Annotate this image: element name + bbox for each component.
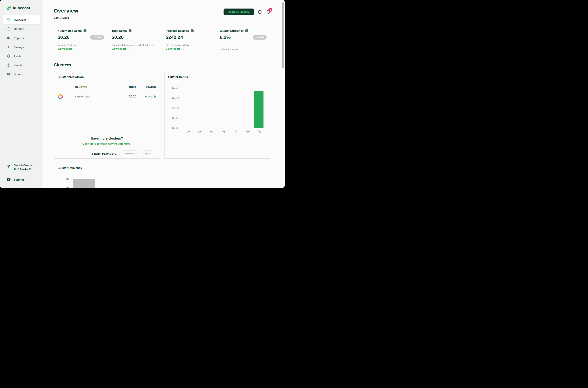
stat-subtitle: Including 1 cluster: [220, 44, 267, 50]
x-tick-label: 7/9: [229, 130, 241, 133]
sidebar-item-label: Govern: [14, 73, 23, 76]
stat-card-cluster-efficiency: Cluster Efficiency i 6.2% ↓0.00% Includi…: [216, 26, 270, 53]
gridline: [182, 128, 265, 128]
settings-button[interactable]: Settings: [6, 177, 39, 182]
info-icon[interactable]: i: [245, 29, 248, 32]
stat-subtitle: See Recommendations: [166, 40, 212, 47]
refresh-icon: [257, 10, 262, 14]
stat-value: $0.20: [58, 34, 70, 40]
settings-label: Settings: [14, 178, 25, 181]
sidebar-item-reports[interactable]: Reports: [2, 33, 40, 43]
info-icon[interactable]: i: [128, 29, 131, 32]
trends-xlabels: 7/57/67/77/87/97/107/11: [182, 130, 265, 133]
y-tick-label: $0.22: [165, 86, 179, 89]
column-cluster: CLUSTER: [75, 86, 114, 88]
upgrade-license-button[interactable]: Upgrade License: [224, 8, 254, 15]
stat-value: $0.20: [112, 34, 124, 40]
sidebar-item-health[interactable]: Health: [2, 61, 40, 70]
sidebar: kubecost Overview Mo: [0, 0, 43, 188]
info-icon[interactable]: i: [83, 29, 86, 32]
y-tick-label: $0.17: [165, 96, 179, 99]
sidebar-item-savings[interactable]: Savings: [2, 43, 40, 51]
view-report-link[interactable]: View report→: [166, 47, 212, 50]
cluster-trends-title: Cluster trends: [165, 72, 270, 82]
page-header: Overview Last 7 Days Upgrade License: [54, 8, 270, 19]
arrow-right-icon: →: [73, 47, 76, 50]
stat-value: 6.2%: [220, 34, 231, 40]
table-row[interactable]: cluster-one $0.20 active: [54, 92, 160, 101]
view-report-link[interactable]: View report→: [58, 47, 104, 50]
cluster-status: active: [136, 95, 160, 98]
sidebar-nav: Overview Monitor: [0, 15, 43, 79]
bell-icon: [6, 54, 11, 58]
clusters-section-heading: Clusters: [54, 62, 270, 68]
y-tick-label: $0: [58, 177, 69, 180]
trends-plot: $0.22$0.17$0.11$0.06$0.00: [182, 88, 265, 128]
sidebar-item-monitor[interactable]: Monitor: [2, 24, 40, 33]
arrow-down-icon: ↓: [255, 36, 256, 39]
view-report-link[interactable]: View report→: [112, 47, 158, 50]
stat-title: Cluster Efficiency: [220, 29, 244, 32]
cluster-efficiency-chart: $0$0: [54, 173, 160, 188]
notification-count-badge: 2: [268, 8, 272, 12]
switch-context-title: Switch Context: [14, 164, 33, 167]
trend-badge: ↓0.00%: [253, 35, 267, 40]
stat-title: Possible Savings: [166, 29, 189, 32]
info-icon[interactable]: i: [191, 29, 194, 32]
page-title: Overview: [54, 8, 78, 14]
next-page-button[interactable]: Next: [143, 150, 153, 157]
table-header: CLUSTER COST STATUS: [54, 82, 160, 92]
exclamation-circle-icon: [6, 63, 11, 67]
date-range-label: Last 7 Days: [54, 16, 78, 19]
gke-cluster-icon: [58, 94, 63, 99]
y-tick-label: $0.00: [165, 126, 179, 129]
sidebar-item-label: Overview: [14, 18, 26, 22]
sidebar-item-overview[interactable]: Overview: [2, 15, 40, 24]
brand[interactable]: kubecost: [0, 4, 43, 10]
y-tick-label: $0.11: [165, 106, 179, 109]
stat-title: Kubernetes Costs: [58, 29, 82, 32]
stat-title: Total Costs: [112, 29, 127, 32]
y-axis-line: [71, 178, 71, 188]
brand-name: kubecost: [13, 6, 30, 10]
cluster-breakdown-title: Cluster breakdown: [54, 72, 160, 82]
more-clusters-title: Have more clusters?: [54, 137, 160, 141]
add-clusters-link[interactable]: Click Here to learn how to add more!: [54, 142, 160, 145]
stat-card-possible-savings: Possible Savings i $242.24 See Recommend…: [162, 26, 216, 53]
efficiency-bar: [73, 179, 95, 188]
refresh-button[interactable]: [257, 10, 262, 14]
cluster-efficiency-card: Cluster Efficiency $0$0: [54, 163, 160, 188]
x-tick-label: 7/5: [182, 130, 194, 133]
sidebar-item-label: Alerts: [14, 55, 22, 58]
stat-subtitle: Including 1 cluster: [58, 40, 104, 47]
barricade-icon: [6, 72, 11, 76]
pagination-summary: 1 item • Page 1 of 1: [92, 152, 117, 155]
cluster-efficiency-title: Cluster Efficiency: [54, 163, 160, 173]
trend-bar: [254, 91, 263, 128]
previous-page-button[interactable]: Previous: [122, 150, 137, 157]
sidebar-item-alerts[interactable]: Alerts: [2, 51, 40, 61]
notifications-button[interactable]: 2: [266, 10, 270, 14]
cluster-cost: $0.20: [114, 95, 136, 98]
scrollbar-track[interactable]: [282, 0, 285, 188]
stat-card-total-costs: Total Costs i $0.20 Combined Kubernetes …: [108, 26, 162, 53]
app-window: kubecost Overview Mo: [0, 0, 285, 188]
pagination: 1 item • Page 1 of 1 Previous Next: [54, 149, 160, 158]
axis-tick: [70, 188, 71, 188]
trend-badge: ↓0.00%: [90, 35, 104, 40]
x-tick-label: 7/10: [241, 130, 253, 133]
scrollbar-thumb[interactable]: [282, 2, 284, 68]
gridline: [182, 118, 265, 118]
header-actions: Upgrade License: [224, 8, 270, 15]
switch-context[interactable]: Switch Context GKE Cluster #1: [6, 164, 39, 170]
gridline: [71, 179, 153, 179]
sidebar-bottom: Switch Context GKE Cluster #1: [0, 164, 43, 182]
sidebar-item-label: Health: [14, 64, 22, 67]
sidebar-item-govern[interactable]: Govern: [2, 70, 40, 79]
cluster-name: cluster-one: [75, 95, 114, 98]
x-tick-label: 7/11: [253, 130, 265, 133]
more-clusters-prompt: Have more clusters? Click Here to learn …: [54, 133, 160, 149]
gridline: [71, 188, 153, 188]
cluster-trends-card: Cluster trends $0.22$0.17$0.11$0.06$0.00…: [164, 72, 270, 159]
gridline: [182, 88, 265, 88]
